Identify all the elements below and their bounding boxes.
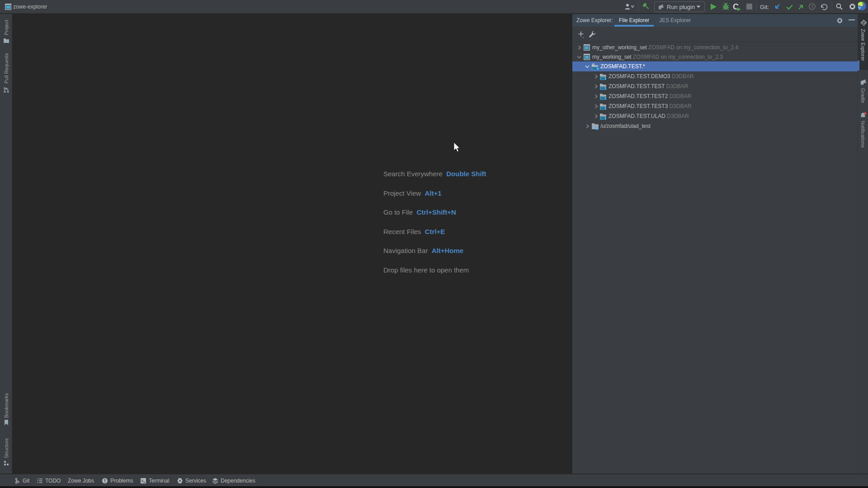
svg-text:DS: DS: [600, 77, 605, 80]
svg-text:DS: DS: [600, 117, 605, 120]
svg-text:DS: DS: [600, 107, 605, 110]
svg-text:DS: DS: [592, 67, 597, 70]
svg-text:DS: DS: [600, 97, 605, 100]
svg-text:DS: DS: [600, 87, 605, 90]
svg-text:Z: Z: [863, 21, 865, 25]
